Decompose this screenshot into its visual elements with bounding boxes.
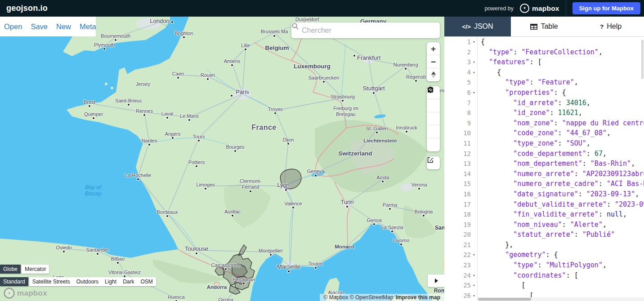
city-dot xyxy=(177,77,179,79)
mapbox-watermark[interactable]: ✦ mapbox xyxy=(4,288,47,299)
city-dot xyxy=(137,178,139,180)
fold-arrow-icon[interactable]: ▾ xyxy=(471,88,477,98)
code-line-3[interactable]: 3▾ "features": [ xyxy=(444,57,644,67)
vertical-scrollbar-thumb[interactable] xyxy=(641,40,644,79)
style-outdoors[interactable]: Outdoors xyxy=(73,277,102,286)
code-line-15[interactable]: 15 "numero_arrete_cadre": "ACI Bas-R xyxy=(444,179,644,189)
code-text[interactable]: "debut_validite_arrete": "2023-09 xyxy=(478,199,644,210)
code-line-16[interactable]: 16 "date_signature": "2023-09-13", xyxy=(444,189,644,199)
code-text[interactable]: "date_signature": "2023-09-13", xyxy=(478,189,639,199)
json-editor[interactable]: 1▾{2 "type": "FeatureCollection",3▾ "fea… xyxy=(444,37,644,301)
code-line-19[interactable]: 19 "nom_niveau": "Alerte", xyxy=(444,220,644,230)
fold-arrow-icon[interactable]: ▾ xyxy=(471,67,477,78)
code-line-6[interactable]: 6▾ "properties": { xyxy=(444,88,644,98)
code-line-10[interactable]: 10 "code_zone": "44_67_08", xyxy=(444,128,644,138)
code-text[interactable]: "code_departement": 67, xyxy=(478,149,607,159)
code-line-11[interactable]: 11 "type_zone": "SOU", xyxy=(444,138,644,149)
code-line-23[interactable]: 23 "type": "MultiPolygon", xyxy=(444,260,644,270)
code-line-4[interactable]: 4▾ { xyxy=(444,67,644,78)
code-line-1[interactable]: 1▾{ xyxy=(444,37,644,47)
code-line-18[interactable]: 18 "fin_validite_arrete": null, xyxy=(444,209,644,220)
code-text[interactable]: "id_zone": 11621, xyxy=(478,108,582,118)
code-line-24[interactable]: 24▾ "coordinates": [ xyxy=(444,270,644,281)
code-text[interactable]: "id_arrete": 34016, xyxy=(478,98,590,108)
fold-arrow-icon[interactable]: ▾ xyxy=(471,270,477,281)
code-text[interactable]: "numero_arrete": "AP202309123abro xyxy=(478,169,644,179)
code-line-22[interactable]: 22▾ "geometry": { xyxy=(444,250,644,260)
code-line-7[interactable]: 7 "id_arrete": 34016, xyxy=(444,98,644,108)
code-text[interactable]: "nom_niveau": "Alerte", xyxy=(478,220,607,230)
panel-collapse-button[interactable] xyxy=(428,274,445,287)
line-number: 20 xyxy=(444,230,478,240)
map-canvas[interactable] xyxy=(0,17,444,301)
compass-button[interactable] xyxy=(427,68,440,81)
code-text[interactable]: "statut_arrete": "Publié" xyxy=(478,230,615,240)
code-line-13[interactable]: 13 "nom_departement": "Bas-Rhin", xyxy=(444,159,644,169)
code-line-20[interactable]: 20 "statut_arrete": "Publié" xyxy=(444,230,644,240)
edit-features-button[interactable] xyxy=(427,156,440,169)
code-line-2[interactable]: 2 "type": "FeatureCollection", xyxy=(444,47,644,58)
code-line-21[interactable]: 21 }, xyxy=(444,240,644,250)
menu-item-meta[interactable]: Meta xyxy=(80,22,96,31)
signup-mapbox-button[interactable]: Sign up for Mapbox xyxy=(572,2,640,14)
menu-item-save[interactable]: Save xyxy=(31,22,48,31)
style-standard[interactable]: Standard xyxy=(0,277,28,286)
code-text[interactable]: [ xyxy=(478,280,525,291)
code-text[interactable]: { xyxy=(478,37,485,47)
code-lines[interactable]: 1▾{2 "type": "FeatureCollection",3▾ "fea… xyxy=(444,37,644,301)
code-text[interactable]: "type": "Feature", xyxy=(478,77,578,88)
fold-arrow-icon[interactable]: ▾ xyxy=(471,37,477,47)
code-text[interactable]: "type_zone": "SOU", xyxy=(478,138,590,149)
improve-map-link[interactable]: Improve this map xyxy=(396,294,440,301)
code-text[interactable]: "coordinates": [ xyxy=(478,270,578,281)
style-osm[interactable]: OSM xyxy=(137,277,156,286)
tab-help[interactable]: ?Help xyxy=(577,17,644,36)
code-line-14[interactable]: 14 "numero_arrete": "AP202309123abro xyxy=(444,169,644,179)
draw-rectangle-button[interactable] xyxy=(427,125,440,138)
fold-arrow-icon[interactable]: ▾ xyxy=(471,250,477,260)
horizontal-scrollbar[interactable] xyxy=(478,297,644,301)
code-line-17[interactable]: 17 "debut_validite_arrete": "2023-09 xyxy=(444,199,644,210)
fold-arrow-icon[interactable]: ▾ xyxy=(471,291,477,301)
code-line-12[interactable]: 12 "code_departement": 67, xyxy=(444,149,644,159)
menu-item-open[interactable]: Open xyxy=(4,22,22,31)
code-text[interactable]: "properties": { xyxy=(478,88,566,98)
tab-table[interactable]: Table xyxy=(511,17,577,36)
zoom-out-button[interactable]: − xyxy=(427,55,440,68)
menu-item-new[interactable]: New xyxy=(56,22,71,31)
code-text[interactable]: "type": "MultiPolygon", xyxy=(478,260,607,270)
code-text[interactable]: "geometry": { xyxy=(478,250,558,260)
mapbox-logo[interactable]: ✦ mapbox xyxy=(520,4,559,13)
city-dot xyxy=(270,254,272,256)
mapbox-watermark-icon: ✦ xyxy=(4,288,15,299)
code-text[interactable]: "features": [ xyxy=(478,57,541,67)
style-dark[interactable]: Dark xyxy=(120,277,137,286)
code-text[interactable]: "type": "FeatureCollection", xyxy=(478,47,603,58)
fold-arrow-icon[interactable]: ▾ xyxy=(471,280,477,291)
code-line-8[interactable]: 8 "id_zone": 11621, xyxy=(444,108,644,118)
code-line-5[interactable]: 5 "type": "Feature", xyxy=(444,77,644,88)
draw-polygon-button[interactable] xyxy=(427,112,440,125)
code-text[interactable]: "code_zone": "44_67_08", xyxy=(478,128,611,138)
map-container[interactable]: LondonDusseldorfGermanyJenaBrussels MaBr… xyxy=(0,17,444,301)
code-text[interactable]: }, xyxy=(478,240,513,250)
style-satellite-streets[interactable]: Satellite Streets xyxy=(29,277,73,286)
search-box[interactable] xyxy=(291,22,440,38)
code-text[interactable]: "nom_departement": "Bas-Rhin", xyxy=(478,159,635,169)
search-input[interactable] xyxy=(301,26,440,35)
projection-globe[interactable]: Globe xyxy=(0,265,21,274)
fold-arrow-icon[interactable]: ▾ xyxy=(471,57,477,67)
projection-mercator[interactable]: Mercator xyxy=(22,265,49,274)
tab-json[interactable]: </>JSON xyxy=(444,17,511,36)
code-line-9[interactable]: 9 "nom_zone": "nappe du Ried centre xyxy=(444,118,644,128)
code-text[interactable]: "numero_arrete_cadre": "ACI Bas-R xyxy=(478,179,644,189)
horizontal-scrollbar-thumb[interactable] xyxy=(478,298,531,301)
draw-circle-button[interactable] xyxy=(427,138,440,151)
code-line-25[interactable]: 25▾ [ xyxy=(444,280,644,291)
code-text[interactable]: { xyxy=(478,67,501,78)
zoom-in-button[interactable]: + xyxy=(427,42,440,55)
draw-line-button[interactable] xyxy=(427,99,440,112)
code-text[interactable]: "nom_zone": "nappe du Ried centre xyxy=(478,118,644,128)
code-text[interactable]: "fin_validite_arrete": null, xyxy=(478,209,627,220)
style-light[interactable]: Light xyxy=(102,277,120,286)
